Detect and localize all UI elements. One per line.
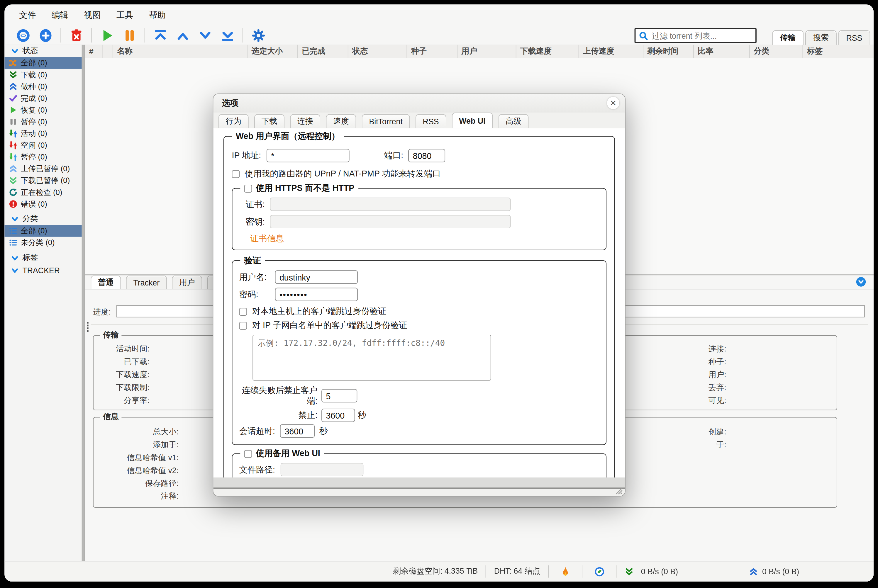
col-tags[interactable]: 标签 [803,45,873,58]
sidebar-tags-header[interactable]: 标签 [5,252,82,264]
sidebar-item-completed[interactable]: 完成 (0) [5,92,82,104]
dialog-tab-connection[interactable]: 连接 [290,114,320,128]
key-label: 密钥: [239,216,265,227]
col-done[interactable]: 已完成 [298,45,348,58]
skip-localhost-auth-checkbox[interactable] [239,308,247,315]
tab-rss[interactable]: RSS [838,30,870,45]
key-input[interactable] [270,215,510,228]
speed-limit-globe-icon[interactable] [590,567,608,576]
dialog-tab-advanced[interactable]: 高级 [498,114,528,128]
delete-icon[interactable] [69,28,84,42]
settings-gear-icon[interactable] [251,28,266,42]
dialog-tab-downloads[interactable]: 下载 [254,114,284,128]
alt-webui-checkbox[interactable] [244,450,252,458]
dialog-title-bar[interactable]: 选项 [213,94,625,113]
https-checkbox[interactable] [244,184,252,192]
sidebar-item-seeding[interactable]: 做种 (0) [5,81,82,92]
col-ratio[interactable]: 比率 [694,45,750,58]
ip-address-input[interactable] [267,149,350,162]
ip-whitelist-textarea[interactable] [252,335,491,381]
sidebar-category-all[interactable]: 全部 (0) [5,225,82,237]
col-eta[interactable]: 剩余时间 [643,45,694,58]
menu-view[interactable]: 视图 [84,10,101,20]
sidebar-item-stalled-downloading[interactable]: 下载已暂停 (0) [5,175,82,186]
sidebar-item-resumed[interactable]: 恢复 (0) [5,104,82,116]
upnp-checkbox[interactable] [232,170,240,178]
sidebar-category-uncategorized[interactable]: 未分类 (0) [5,237,82,249]
move-bottom-icon[interactable] [220,28,235,42]
sidebar-item-stalled[interactable]: 暂停 (0) [5,151,82,163]
col-peers[interactable]: 用户 [458,45,516,58]
torrent-link-icon[interactable] [15,28,30,42]
torrent-filter-search[interactable] [635,28,756,43]
dialog-tab-behavior[interactable]: 行为 [219,114,249,128]
files-location-input[interactable] [281,463,364,476]
port-input[interactable] [408,149,445,162]
username-input[interactable] [275,270,358,284]
menu-edit[interactable]: 编辑 [52,10,68,20]
col-dlspeed[interactable]: 下载速度 [516,45,579,58]
dialog-tab-speed[interactable]: 速度 [326,114,356,128]
sidebar-item-all[interactable]: 全部 (0) [5,57,82,69]
sidebar-item-downloading[interactable]: 下载 (0) [5,69,82,81]
col-status[interactable]: 状态 [348,45,407,58]
menu-tools[interactable]: 工具 [116,10,133,20]
sidebar-item-paused[interactable]: 暂停 (0) [5,116,82,128]
tab-peers[interactable]: 用户 [172,276,202,290]
sidebar-splitter[interactable] [82,45,85,562]
check-icon [9,94,18,103]
col-size[interactable]: 选定大小 [248,45,298,58]
ban-after-failures-input[interactable] [321,389,357,402]
move-up-icon[interactable] [176,28,190,42]
pause-icon[interactable] [122,28,137,42]
collapse-panel-button[interactable] [856,277,866,286]
dialog-tab-rss[interactable]: RSS [416,114,446,128]
comment-label: 注释: [100,490,179,503]
toolbar-separator [91,28,92,42]
sidebar-item-active[interactable]: 活动 (0) [5,128,82,139]
sidebar-tracker-header[interactable]: TRACKER [5,264,82,276]
tab-label: 行为 [226,116,242,126]
move-top-icon[interactable] [153,28,167,42]
skip-whitelist-auth-checkbox[interactable] [239,321,247,330]
tab-transfers[interactable]: 传输 [772,30,803,45]
dialog-tab-bittorrent[interactable]: BitTorrent [362,114,410,128]
ban-duration-input[interactable] [321,409,355,422]
dialog-tab-webui[interactable]: Web UI [452,112,493,128]
sidebar-categories-header[interactable]: 分类 [5,213,82,225]
sidebar-item-stalled-uploading[interactable]: 上传已暂停 (0) [5,163,82,175]
chevron-down-icon [11,47,18,54]
session-timeout-input[interactable] [280,424,315,438]
downloaded-label: 已下载: [100,356,150,369]
panel-splitter-handle[interactable] [86,322,89,334]
col-category[interactable]: 分类 [750,45,803,58]
password-input[interactable] [275,288,358,302]
menu-help[interactable]: 帮助 [149,10,166,20]
double-chevron-up-light-icon [9,165,18,173]
add-torrent-icon[interactable] [38,28,53,42]
sidebar-item-errored[interactable]: 错误 (0) [5,198,82,210]
dialog-scroll-strip[interactable] [213,477,625,489]
menu-file[interactable]: 文件 [19,10,36,20]
connection-flame-icon[interactable] [556,566,573,577]
tab-trackers[interactable]: Tracker [126,276,167,290]
certificate-info-link[interactable]: 证书信息 [251,233,284,244]
col-upspeed[interactable]: 上传速度 [579,45,644,58]
tab-search[interactable]: 搜索 [805,30,837,45]
close-icon[interactable]: ✕ [607,97,619,109]
col-name[interactable]: 名称 [113,45,248,58]
tab-general[interactable]: 普通 [91,276,121,290]
col-icon[interactable] [103,45,113,58]
dialog-title: 选项 [222,98,239,108]
tab-label: 高级 [506,116,521,126]
resume-icon[interactable] [100,28,114,42]
search-input[interactable] [651,30,752,40]
col-seeds[interactable]: 种子 [407,45,458,58]
sidebar-item-inactive[interactable]: 空闲 (0) [5,139,82,151]
move-down-icon[interactable] [198,28,212,42]
col-number[interactable]: # [85,45,103,58]
sidebar-item-checking[interactable]: 正在检查 (0) [5,186,82,198]
resize-grip-icon[interactable] [615,488,623,494]
sidebar-status-header[interactable]: 状态 [5,45,82,57]
certificate-input[interactable] [270,198,510,211]
